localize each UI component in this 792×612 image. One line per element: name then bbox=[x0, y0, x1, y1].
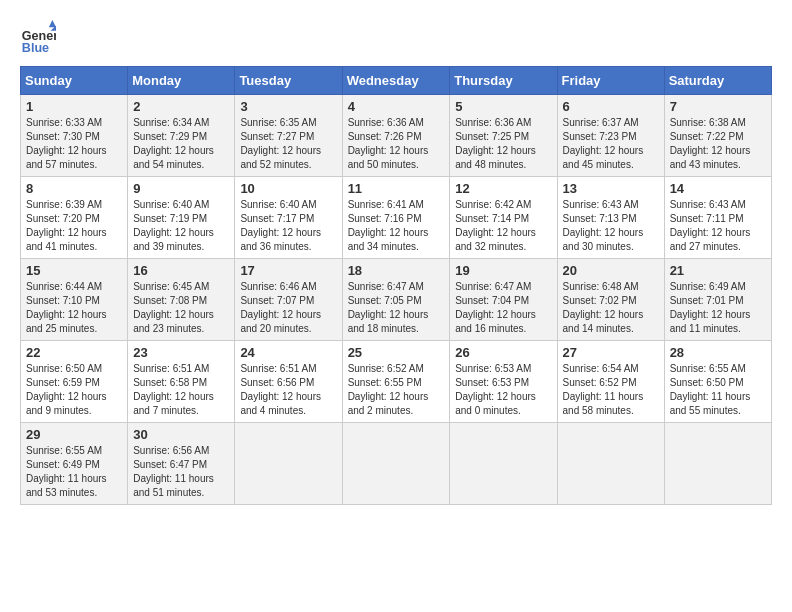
day-number: 25 bbox=[348, 345, 445, 360]
day-info: Sunrise: 6:43 AMSunset: 7:13 PMDaylight:… bbox=[563, 199, 644, 252]
day-info: Sunrise: 6:53 AMSunset: 6:53 PMDaylight:… bbox=[455, 363, 536, 416]
logo: General Blue bbox=[20, 20, 60, 56]
day-number: 4 bbox=[348, 99, 445, 114]
table-row: 24 Sunrise: 6:51 AMSunset: 6:56 PMDaylig… bbox=[235, 341, 342, 423]
day-info: Sunrise: 6:35 AMSunset: 7:27 PMDaylight:… bbox=[240, 117, 321, 170]
table-row: 7 Sunrise: 6:38 AMSunset: 7:22 PMDayligh… bbox=[664, 95, 771, 177]
day-number: 3 bbox=[240, 99, 336, 114]
col-saturday: Saturday bbox=[664, 67, 771, 95]
table-row: 8 Sunrise: 6:39 AMSunset: 7:20 PMDayligh… bbox=[21, 177, 128, 259]
table-row: 25 Sunrise: 6:52 AMSunset: 6:55 PMDaylig… bbox=[342, 341, 450, 423]
day-info: Sunrise: 6:34 AMSunset: 7:29 PMDaylight:… bbox=[133, 117, 214, 170]
table-row: 28 Sunrise: 6:55 AMSunset: 6:50 PMDaylig… bbox=[664, 341, 771, 423]
table-row: 2 Sunrise: 6:34 AMSunset: 7:29 PMDayligh… bbox=[128, 95, 235, 177]
day-number: 8 bbox=[26, 181, 122, 196]
day-number: 30 bbox=[133, 427, 229, 442]
table-row: 22 Sunrise: 6:50 AMSunset: 6:59 PMDaylig… bbox=[21, 341, 128, 423]
day-number: 29 bbox=[26, 427, 122, 442]
table-row: 29 Sunrise: 6:55 AMSunset: 6:49 PMDaylig… bbox=[21, 423, 128, 505]
col-sunday: Sunday bbox=[21, 67, 128, 95]
table-row: 6 Sunrise: 6:37 AMSunset: 7:23 PMDayligh… bbox=[557, 95, 664, 177]
table-row: 19 Sunrise: 6:47 AMSunset: 7:04 PMDaylig… bbox=[450, 259, 557, 341]
day-number: 22 bbox=[26, 345, 122, 360]
col-wednesday: Wednesday bbox=[342, 67, 450, 95]
day-number: 26 bbox=[455, 345, 551, 360]
day-info: Sunrise: 6:39 AMSunset: 7:20 PMDaylight:… bbox=[26, 199, 107, 252]
day-info: Sunrise: 6:42 AMSunset: 7:14 PMDaylight:… bbox=[455, 199, 536, 252]
day-info: Sunrise: 6:43 AMSunset: 7:11 PMDaylight:… bbox=[670, 199, 751, 252]
day-number: 7 bbox=[670, 99, 766, 114]
table-row: 10 Sunrise: 6:40 AMSunset: 7:17 PMDaylig… bbox=[235, 177, 342, 259]
table-row: 17 Sunrise: 6:46 AMSunset: 7:07 PMDaylig… bbox=[235, 259, 342, 341]
day-info: Sunrise: 6:47 AMSunset: 7:04 PMDaylight:… bbox=[455, 281, 536, 334]
table-row: 12 Sunrise: 6:42 AMSunset: 7:14 PMDaylig… bbox=[450, 177, 557, 259]
calendar-week-row: 22 Sunrise: 6:50 AMSunset: 6:59 PMDaylig… bbox=[21, 341, 772, 423]
table-row: 15 Sunrise: 6:44 AMSunset: 7:10 PMDaylig… bbox=[21, 259, 128, 341]
day-info: Sunrise: 6:56 AMSunset: 6:47 PMDaylight:… bbox=[133, 445, 214, 498]
day-number: 23 bbox=[133, 345, 229, 360]
day-number: 27 bbox=[563, 345, 659, 360]
day-number: 2 bbox=[133, 99, 229, 114]
day-info: Sunrise: 6:55 AMSunset: 6:50 PMDaylight:… bbox=[670, 363, 751, 416]
day-number: 15 bbox=[26, 263, 122, 278]
table-row: 16 Sunrise: 6:45 AMSunset: 7:08 PMDaylig… bbox=[128, 259, 235, 341]
table-row: 30 Sunrise: 6:56 AMSunset: 6:47 PMDaylig… bbox=[128, 423, 235, 505]
col-friday: Friday bbox=[557, 67, 664, 95]
day-info: Sunrise: 6:50 AMSunset: 6:59 PMDaylight:… bbox=[26, 363, 107, 416]
day-number: 11 bbox=[348, 181, 445, 196]
day-info: Sunrise: 6:37 AMSunset: 7:23 PMDaylight:… bbox=[563, 117, 644, 170]
calendar-week-row: 1 Sunrise: 6:33 AMSunset: 7:30 PMDayligh… bbox=[21, 95, 772, 177]
day-info: Sunrise: 6:38 AMSunset: 7:22 PMDaylight:… bbox=[670, 117, 751, 170]
day-info: Sunrise: 6:36 AMSunset: 7:25 PMDaylight:… bbox=[455, 117, 536, 170]
day-info: Sunrise: 6:48 AMSunset: 7:02 PMDaylight:… bbox=[563, 281, 644, 334]
day-number: 16 bbox=[133, 263, 229, 278]
table-row bbox=[557, 423, 664, 505]
day-number: 13 bbox=[563, 181, 659, 196]
table-row bbox=[342, 423, 450, 505]
day-info: Sunrise: 6:36 AMSunset: 7:26 PMDaylight:… bbox=[348, 117, 429, 170]
col-thursday: Thursday bbox=[450, 67, 557, 95]
table-row bbox=[450, 423, 557, 505]
day-info: Sunrise: 6:41 AMSunset: 7:16 PMDaylight:… bbox=[348, 199, 429, 252]
day-info: Sunrise: 6:49 AMSunset: 7:01 PMDaylight:… bbox=[670, 281, 751, 334]
day-number: 24 bbox=[240, 345, 336, 360]
header: General Blue bbox=[20, 20, 772, 56]
day-number: 12 bbox=[455, 181, 551, 196]
day-number: 9 bbox=[133, 181, 229, 196]
day-info: Sunrise: 6:55 AMSunset: 6:49 PMDaylight:… bbox=[26, 445, 107, 498]
col-tuesday: Tuesday bbox=[235, 67, 342, 95]
day-info: Sunrise: 6:52 AMSunset: 6:55 PMDaylight:… bbox=[348, 363, 429, 416]
col-monday: Monday bbox=[128, 67, 235, 95]
table-row: 20 Sunrise: 6:48 AMSunset: 7:02 PMDaylig… bbox=[557, 259, 664, 341]
day-info: Sunrise: 6:51 AMSunset: 6:56 PMDaylight:… bbox=[240, 363, 321, 416]
calendar-header-row: Sunday Monday Tuesday Wednesday Thursday… bbox=[21, 67, 772, 95]
table-row: 26 Sunrise: 6:53 AMSunset: 6:53 PMDaylig… bbox=[450, 341, 557, 423]
table-row: 4 Sunrise: 6:36 AMSunset: 7:26 PMDayligh… bbox=[342, 95, 450, 177]
day-info: Sunrise: 6:40 AMSunset: 7:19 PMDaylight:… bbox=[133, 199, 214, 252]
day-number: 14 bbox=[670, 181, 766, 196]
calendar: Sunday Monday Tuesday Wednesday Thursday… bbox=[20, 66, 772, 505]
table-row: 1 Sunrise: 6:33 AMSunset: 7:30 PMDayligh… bbox=[21, 95, 128, 177]
table-row: 18 Sunrise: 6:47 AMSunset: 7:05 PMDaylig… bbox=[342, 259, 450, 341]
calendar-week-row: 8 Sunrise: 6:39 AMSunset: 7:20 PMDayligh… bbox=[21, 177, 772, 259]
logo-icon: General Blue bbox=[20, 20, 56, 56]
table-row: 3 Sunrise: 6:35 AMSunset: 7:27 PMDayligh… bbox=[235, 95, 342, 177]
day-info: Sunrise: 6:40 AMSunset: 7:17 PMDaylight:… bbox=[240, 199, 321, 252]
svg-text:Blue: Blue bbox=[22, 41, 49, 55]
day-number: 1 bbox=[26, 99, 122, 114]
svg-marker-2 bbox=[49, 20, 56, 27]
calendar-week-row: 15 Sunrise: 6:44 AMSunset: 7:10 PMDaylig… bbox=[21, 259, 772, 341]
day-number: 20 bbox=[563, 263, 659, 278]
day-info: Sunrise: 6:47 AMSunset: 7:05 PMDaylight:… bbox=[348, 281, 429, 334]
day-info: Sunrise: 6:44 AMSunset: 7:10 PMDaylight:… bbox=[26, 281, 107, 334]
day-info: Sunrise: 6:45 AMSunset: 7:08 PMDaylight:… bbox=[133, 281, 214, 334]
table-row: 14 Sunrise: 6:43 AMSunset: 7:11 PMDaylig… bbox=[664, 177, 771, 259]
table-row bbox=[664, 423, 771, 505]
day-number: 5 bbox=[455, 99, 551, 114]
table-row: 21 Sunrise: 6:49 AMSunset: 7:01 PMDaylig… bbox=[664, 259, 771, 341]
table-row bbox=[235, 423, 342, 505]
day-number: 19 bbox=[455, 263, 551, 278]
day-number: 18 bbox=[348, 263, 445, 278]
day-info: Sunrise: 6:46 AMSunset: 7:07 PMDaylight:… bbox=[240, 281, 321, 334]
table-row: 23 Sunrise: 6:51 AMSunset: 6:58 PMDaylig… bbox=[128, 341, 235, 423]
